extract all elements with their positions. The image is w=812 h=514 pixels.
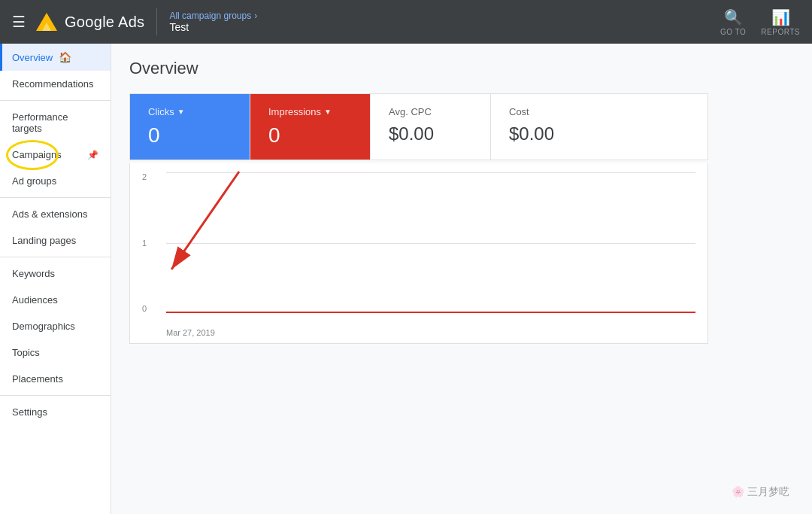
- chart-container: 2 1 0 Mar 27, 2019: [129, 163, 708, 344]
- metric-value-clicks: 0: [148, 123, 232, 148]
- sidebar-item-label: Demographics: [12, 321, 75, 332]
- sidebar-divider-2: [0, 197, 111, 198]
- nav-divider: [156, 8, 157, 35]
- breadcrumb-parent[interactable]: All campaign groups ›: [169, 11, 257, 21]
- metric-card-impressions: Impressions ▼ 0: [250, 94, 371, 160]
- metric-cards: Clicks ▼ 0 Impressions ▼ 0 Avg. CPC $0.0…: [129, 93, 708, 160]
- chart-date-label: Mar 27, 2019: [166, 328, 215, 337]
- sidebar-item-placements[interactable]: Placements: [0, 366, 111, 392]
- metric-label-impressions: Impressions ▼: [268, 106, 352, 117]
- chart-area: [166, 172, 695, 313]
- chart-y-label-0: 0: [142, 304, 147, 313]
- search-icon: 🔍: [724, 8, 743, 26]
- reports-button[interactable]: 📊 REPORTS: [761, 8, 800, 36]
- sidebar-item-recommendations[interactable]: Recommendations: [0, 71, 111, 97]
- breadcrumb-current: Test: [169, 21, 257, 33]
- metric-card-cost: Cost $0.00: [491, 94, 611, 160]
- sidebar-item-label: Campaigns: [12, 149, 62, 160]
- impressions-dropdown-arrow[interactable]: ▼: [324, 108, 332, 116]
- sidebar-item-label: Settings: [12, 406, 47, 418]
- sidebar-divider-3: [0, 257, 111, 257]
- sidebar-divider-1: [0, 100, 111, 101]
- chart-y-labels: 2 1 0: [142, 172, 147, 313]
- sidebar-item-label: Topics: [12, 347, 40, 358]
- sidebar-item-settings[interactable]: Settings: [0, 399, 111, 425]
- main-layout: Overview 🏠 Recommendations Performance t…: [0, 44, 812, 514]
- metric-label-clicks: Clicks ▼: [148, 106, 232, 117]
- chart-data-line: [166, 312, 695, 313]
- chart-grid-mid: [166, 243, 695, 244]
- sidebar-item-label: Landing pages: [12, 235, 76, 246]
- sidebar-item-topics[interactable]: Topics: [0, 339, 111, 366]
- breadcrumb-area: All campaign groups › Test: [169, 11, 257, 33]
- sidebar-item-ads-extensions[interactable]: Ads & extensions: [0, 201, 111, 227]
- chart-y-label-1: 1: [142, 239, 147, 248]
- sidebar-item-ad-groups[interactable]: Ad groups: [0, 168, 111, 194]
- sidebar-item-label: Recommendations: [12, 78, 93, 90]
- sidebar-item-label: Keywords: [12, 268, 55, 279]
- top-nav: ☰ Google Ads All campaign groups › Test …: [0, 0, 812, 44]
- sidebar-divider-4: [0, 395, 111, 396]
- goto-button[interactable]: 🔍 GO TO: [720, 8, 746, 36]
- watermark: 🌸 三月梦呓: [732, 485, 789, 499]
- content-area: Overview Clicks ▼ 0 Impressions ▼ 0: [111, 44, 812, 514]
- sidebar-item-label: Ad groups: [12, 175, 56, 187]
- metric-value-avg-cpc: $0.00: [389, 123, 472, 144]
- sidebar-item-overview[interactable]: Overview 🏠: [0, 44, 111, 71]
- sidebar-item-label: Performance targets: [12, 111, 98, 134]
- chart-grid-top: [166, 172, 695, 173]
- nav-actions: 🔍 GO TO 📊 REPORTS: [720, 8, 800, 36]
- home-icon: 🏠: [59, 51, 71, 63]
- metric-card-clicks: Clicks ▼ 0: [130, 94, 250, 160]
- hamburger-icon[interactable]: ☰: [12, 13, 26, 31]
- sidebar: Overview 🏠 Recommendations Performance t…: [0, 44, 111, 514]
- pin-icon: 📌: [87, 150, 98, 160]
- sidebar-item-label: Audiences: [12, 294, 58, 306]
- reports-icon: 📊: [771, 8, 790, 26]
- metric-value-impressions: 0: [268, 123, 352, 148]
- sidebar-item-label: Placements: [12, 373, 63, 385]
- sidebar-item-demographics[interactable]: Demographics: [0, 313, 111, 339]
- breadcrumb-chevron: ›: [254, 11, 257, 21]
- google-ads-logo: Google Ads: [35, 10, 144, 34]
- sidebar-item-label: Ads & extensions: [12, 208, 87, 220]
- logo-text: Google Ads: [65, 14, 144, 31]
- sidebar-item-campaigns[interactable]: Campaigns 📌: [0, 141, 111, 168]
- sidebar-item-label: Overview: [12, 52, 53, 63]
- sidebar-item-performance-targets[interactable]: Performance targets: [0, 104, 111, 141]
- chart-y-label-2: 2: [142, 172, 147, 181]
- clicks-dropdown-arrow[interactable]: ▼: [177, 108, 185, 116]
- sidebar-item-audiences[interactable]: Audiences: [0, 287, 111, 313]
- metric-value-cost: $0.00: [509, 123, 593, 144]
- metric-label-cost: Cost: [509, 106, 593, 117]
- metric-label-avg-cpc: Avg. CPC: [389, 106, 472, 117]
- sidebar-item-landing-pages[interactable]: Landing pages: [0, 227, 111, 254]
- google-ads-logo-icon: [35, 10, 59, 34]
- metric-card-avg-cpc: Avg. CPC $0.00: [371, 94, 491, 160]
- page-title: Overview: [129, 59, 794, 78]
- sidebar-item-keywords[interactable]: Keywords: [0, 260, 111, 287]
